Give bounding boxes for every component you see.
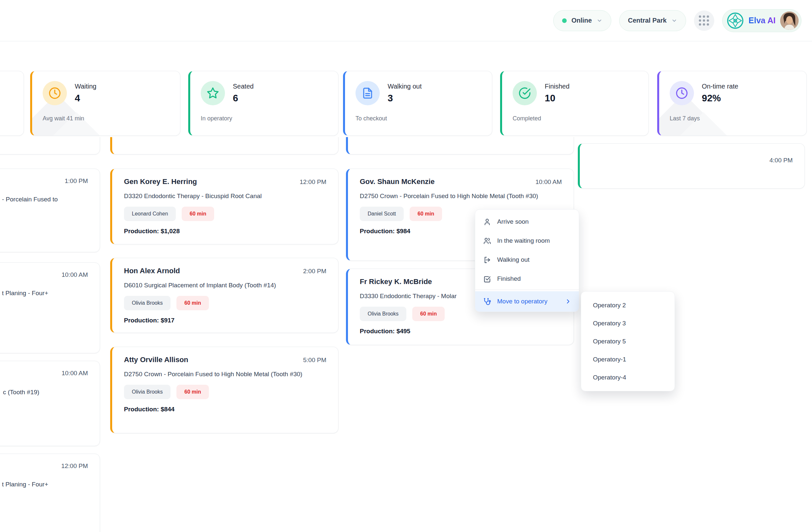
- stat-value: 3: [388, 93, 422, 104]
- duration-tag: 60 min: [176, 296, 209, 310]
- procedure-fragment: c (Tooth #19): [3, 389, 39, 396]
- appointment-card-partial[interactable]: Production: $737: [110, 137, 338, 155]
- location-dropdown[interactable]: Central Park: [619, 10, 686, 31]
- submenu-item-operatory[interactable]: Operatory-1: [581, 350, 675, 368]
- menu-item-walking-out[interactable]: Walking out: [475, 250, 579, 269]
- appointment-card-partial[interactable]: [0, 137, 100, 155]
- procedure-description: D3320 Endodontic Therapy - Bicuspid Root…: [124, 191, 326, 201]
- patient-name: Atty Orville Allison: [124, 356, 188, 364]
- stat-value: 10: [545, 93, 570, 104]
- patient-name: Fr Rickey K. McBride: [360, 277, 432, 286]
- person-icon: [483, 218, 491, 226]
- appointment-card[interactable]: 1:00 PM - Porcelain Fused to: [0, 169, 100, 252]
- stat-card-partial-left: [0, 71, 24, 136]
- online-status-dropdown[interactable]: Online: [553, 10, 611, 31]
- checkbox-icon: [483, 275, 491, 283]
- stat-card-waiting: Waiting 4 Avg wait 41 min: [30, 71, 180, 136]
- provider-tag: Daniel Scott: [360, 207, 404, 221]
- patient-name: Gov. Shaun McKenzie: [360, 177, 435, 186]
- appointment-card-partial[interactable]: 4:00 PM: [578, 143, 805, 189]
- appointment-time: 12:00 PM: [61, 462, 88, 470]
- procedure-fragment: - Porcelain Fused to: [2, 196, 58, 203]
- stethoscope-icon: [483, 298, 491, 306]
- stat-value: 92%: [702, 93, 738, 104]
- user-avatar[interactable]: [780, 12, 799, 30]
- production-amount: Production: $844: [124, 406, 326, 413]
- patient-name: Gen Korey E. Herring: [124, 177, 197, 186]
- operatory-submenu: Operatory 2 Operatory 3 Operatory 5 Oper…: [581, 291, 675, 391]
- stat-card-on-time-rate: On-time rate 92% Last 7 days: [657, 71, 807, 136]
- duration-tag: 60 min: [410, 207, 442, 221]
- appointment-time: 5:00 PM: [303, 357, 326, 364]
- stat-label: Waiting: [75, 83, 97, 90]
- duration-tag: 60 min: [182, 207, 214, 221]
- stat-value: 4: [75, 93, 97, 104]
- submenu-item-label: Operatory-1: [593, 356, 626, 363]
- stat-caption: Completed: [512, 115, 639, 122]
- brand-logo-icon: [726, 12, 744, 30]
- procedure-description: D2750 Crown - Porcelain Fused to High No…: [124, 369, 326, 379]
- stat-label: Walking out: [388, 83, 422, 90]
- status-context-menu: Arrive soon In the waiting room Walking …: [475, 209, 579, 312]
- menu-divider: [475, 290, 579, 290]
- appointment-card[interactable]: 10:00 AM c (Tooth #19): [0, 361, 100, 446]
- production-amount: Production: $495: [360, 328, 562, 335]
- submenu-item-operatory[interactable]: Operatory 5: [581, 332, 675, 350]
- menu-item-arrive-soon[interactable]: Arrive soon: [475, 212, 579, 231]
- production-amount: Production: $1,028: [124, 228, 326, 235]
- top-header: Online Central Park Elva AI: [0, 0, 812, 41]
- appointment-card[interactable]: Gen Korey E. Herring 12:00 PM D3320 Endo…: [110, 169, 338, 244]
- people-icon: [483, 237, 491, 245]
- menu-item-label: In the waiting room: [497, 237, 550, 244]
- grid-icon: [699, 15, 709, 26]
- menu-item-label: Move to operatory: [497, 298, 547, 305]
- chevron-down-icon: [671, 18, 677, 24]
- menu-item-finished[interactable]: Finished: [475, 269, 579, 288]
- location-label: Central Park: [628, 17, 667, 24]
- submenu-item-label: Operatory 5: [593, 338, 626, 345]
- chevron-down-icon: [596, 18, 603, 24]
- submenu-item-label: Operatory 3: [593, 320, 626, 327]
- stat-label: On-time rate: [702, 83, 738, 90]
- submenu-item-operatory[interactable]: Operatory 2: [581, 296, 675, 314]
- brand-name: Elva AI: [749, 16, 775, 25]
- duration-tag: 60 min: [412, 307, 445, 321]
- apps-grid-button[interactable]: [694, 11, 714, 31]
- provider-tag: Olivia Brooks: [360, 307, 406, 321]
- provider-tag: Leonard Cohen: [124, 207, 176, 221]
- menu-item-label: Arrive soon: [497, 218, 528, 225]
- sign-out-icon: [483, 256, 491, 264]
- menu-item-move-to-operatory[interactable]: Move to operatory: [475, 291, 579, 312]
- stat-caption: To checkout: [356, 115, 482, 122]
- document-icon: [356, 81, 380, 105]
- appointment-card[interactable]: Hon Alex Arnold 2:00 PM D6010 Surgical P…: [110, 258, 338, 333]
- check-circle-icon: [512, 81, 537, 105]
- clock-icon: [670, 81, 694, 105]
- stat-card-seated: Seated 6 In operatory: [188, 71, 338, 136]
- menu-item-in-waiting-room[interactable]: In the waiting room: [475, 231, 579, 250]
- appointment-time: 4:00 PM: [769, 157, 793, 164]
- production-amount: Production: $917: [124, 317, 326, 324]
- stat-caption: In operatory: [201, 115, 328, 122]
- submenu-item-label: Operatory 2: [593, 302, 626, 309]
- appointment-card[interactable]: Atty Orville Allison 5:00 PM D2750 Crown…: [110, 347, 338, 433]
- menu-item-label: Finished: [497, 275, 521, 283]
- duration-tag: 60 min: [176, 385, 209, 399]
- stat-value: 6: [233, 93, 253, 104]
- procedure-description: D6010 Surgical Placement of Implant Body…: [124, 281, 326, 290]
- clock-icon: [43, 81, 67, 105]
- stat-label: Seated: [233, 83, 253, 90]
- submenu-item-operatory[interactable]: Operatory-4: [581, 368, 675, 386]
- appointment-card[interactable]: 10:00 AM t Planing - Four+: [0, 262, 100, 353]
- submenu-item-operatory[interactable]: Operatory 3: [581, 314, 675, 332]
- appointment-card[interactable]: 12:00 PM t Planing - Four+: [0, 454, 100, 532]
- stat-card-walking-out: Walking out 3 To checkout: [343, 71, 492, 136]
- appointment-card-partial[interactable]: Production: $710: [346, 137, 574, 155]
- procedure-description: D2750 Crown - Porcelain Fused to High No…: [360, 191, 562, 201]
- provider-tag: Olivia Brooks: [124, 296, 171, 310]
- appointment-time: 10:00 AM: [62, 271, 88, 278]
- appointment-time: 10:00 AM: [536, 178, 562, 186]
- provider-tag: Olivia Brooks: [124, 385, 171, 399]
- brand-account-button[interactable]: Elva AI: [722, 9, 801, 32]
- star-icon: [201, 81, 225, 105]
